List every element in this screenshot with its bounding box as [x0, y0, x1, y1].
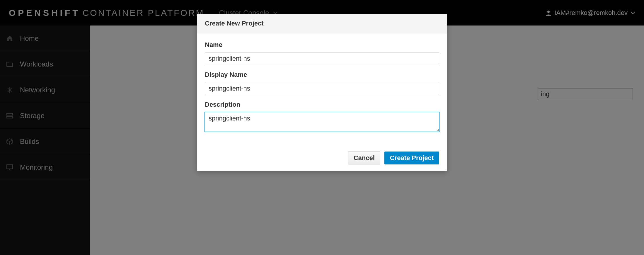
modal-body: Name Display Name Description springclie… — [197, 33, 447, 145]
description-textarea[interactable]: springclient-ns — [205, 112, 439, 132]
name-label: Name — [205, 41, 439, 49]
description-label: Description — [205, 101, 439, 108]
modal-footer: Cancel Create Project — [197, 145, 447, 171]
create-project-button[interactable]: Create Project — [384, 152, 439, 164]
modal-title: Create New Project — [205, 20, 439, 27]
modal-header: Create New Project — [197, 14, 447, 33]
display-name-input[interactable] — [205, 82, 439, 95]
display-name-label: Display Name — [205, 71, 439, 79]
name-input[interactable] — [205, 52, 439, 65]
cancel-button[interactable]: Cancel — [348, 152, 380, 164]
create-project-modal: Create New Project Name Display Name Des… — [197, 14, 447, 171]
